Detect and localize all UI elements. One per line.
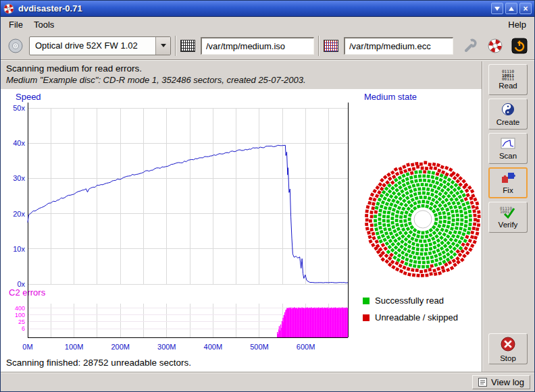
svg-text:25: 25 xyxy=(18,318,25,325)
yin-yang-icon xyxy=(501,103,515,117)
legend-label-unreadable: Unreadable / skipped xyxy=(375,312,458,323)
svg-text:400M: 400M xyxy=(204,343,223,351)
sidebar: 01110 10011 00111 Read Create xyxy=(482,61,534,372)
fix-button-label: Fix xyxy=(503,186,513,194)
svg-text:400: 400 xyxy=(15,305,25,312)
drive-icon xyxy=(7,38,24,54)
iso-file-icon xyxy=(180,40,195,52)
svg-text:300M: 300M xyxy=(157,343,176,351)
menubar: File Tools Help xyxy=(1,17,534,32)
drive-selector[interactable]: Optical drive 52X FW 1.02 xyxy=(29,36,171,55)
titlebar: dvdisaster-0.71 × xyxy=(1,1,534,17)
svg-text:100: 100 xyxy=(15,312,25,318)
svg-text:50x: 50x xyxy=(13,104,25,112)
svg-text:200M: 200M xyxy=(111,343,130,351)
bottombar: View log xyxy=(1,373,534,391)
maximize-button[interactable] xyxy=(505,3,517,14)
svg-text:40x: 40x xyxy=(13,139,25,147)
menu-file[interactable]: File xyxy=(3,18,28,31)
verify-button[interactable]: 01110 10011 Verify xyxy=(488,202,528,233)
log-icon xyxy=(478,378,487,387)
svg-text:6: 6 xyxy=(22,325,25,332)
menu-tools[interactable]: Tools xyxy=(28,18,59,31)
scan-button[interactable]: Scan xyxy=(488,133,528,164)
view-log-button[interactable]: View log xyxy=(472,375,530,389)
read-button[interactable]: 01110 10011 00111 Read xyxy=(488,64,528,95)
status-line-primary: Scanning medium for read errors. xyxy=(6,63,142,74)
medium-state-disc xyxy=(362,159,484,280)
read-binary-icon: 01110 10011 00111 xyxy=(502,69,514,81)
stop-button[interactable]: Stop xyxy=(488,333,528,364)
legend-swatch-red xyxy=(363,314,370,321)
scan-result-line: Scanning finished: 28752 unreadable sect… xyxy=(6,358,191,368)
minimize-button[interactable] xyxy=(491,3,503,14)
legend-item-unreadable: Unreadable / skipped xyxy=(363,312,458,323)
preferences-wrench-icon[interactable] xyxy=(463,38,479,54)
svg-text:600M: 600M xyxy=(297,343,315,351)
stop-icon xyxy=(500,336,516,354)
read-button-label: Read xyxy=(499,82,517,90)
toolbar-separator xyxy=(318,36,320,56)
svg-text:0x: 0x xyxy=(17,280,25,288)
help-lifebuoy-icon[interactable] xyxy=(487,38,503,54)
svg-text:0M: 0M xyxy=(22,343,32,351)
legend-label-read: Successfully read xyxy=(375,296,444,306)
ecc-file-icon xyxy=(324,40,338,52)
svg-text:10x: 10x xyxy=(13,245,25,253)
app-icon xyxy=(3,3,14,14)
verify-button-label: Verify xyxy=(499,221,518,229)
svg-text:500M: 500M xyxy=(250,343,269,351)
stop-button-label: Stop xyxy=(500,354,516,362)
window-title: dvdisaster-0.71 xyxy=(18,3,489,13)
status-line-medium-info: Medium "Example disc": CD-R mode 1, 3524… xyxy=(6,75,306,85)
iso-path-input[interactable] xyxy=(201,37,314,55)
legend-item-read: Successfully read xyxy=(363,296,444,306)
scan-chart-icon xyxy=(501,138,515,151)
quit-power-icon[interactable] xyxy=(511,38,528,54)
puzzle-pieces-icon xyxy=(501,171,515,186)
drive-selector-value: Optical drive 52X FW 1.02 xyxy=(30,37,155,55)
toolbar-separator xyxy=(175,36,176,56)
toolbar-divider xyxy=(1,59,534,61)
scan-button-label: Scan xyxy=(499,152,517,160)
create-button[interactable]: Create xyxy=(488,99,528,130)
toolbar: Optical drive 52X FW 1.02 xyxy=(1,32,534,59)
chevron-down-icon[interactable] xyxy=(155,37,170,55)
verify-check-icon: 01110 10011 xyxy=(500,206,516,220)
svg-text:100M: 100M xyxy=(65,343,84,351)
close-button[interactable]: × xyxy=(519,3,532,14)
svg-text:20x: 20x xyxy=(13,210,25,218)
create-button-label: Create xyxy=(496,118,520,126)
app-window: dvdisaster-0.71 × File Tools Help Optica… xyxy=(0,0,535,392)
view-log-label: View log xyxy=(491,377,524,387)
chart-panel: Speed Medium state C2 errors 0x10x20x30x… xyxy=(1,89,482,372)
svg-text:30x: 30x xyxy=(13,174,25,182)
menu-help[interactable]: Help xyxy=(503,18,532,31)
fix-button[interactable]: Fix xyxy=(488,167,528,198)
ecc-path-input[interactable] xyxy=(344,37,453,55)
legend-swatch-green xyxy=(363,298,370,304)
